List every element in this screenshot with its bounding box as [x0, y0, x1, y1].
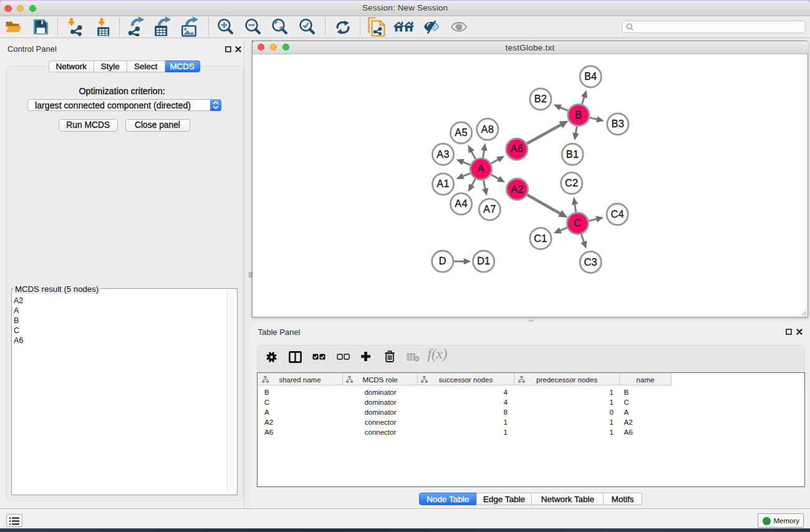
svg-text:A5: A5 — [455, 127, 468, 138]
svg-text:A2: A2 — [511, 183, 524, 194]
svg-text:D: D — [438, 255, 446, 266]
svg-text:B2: B2 — [534, 93, 547, 104]
svg-text:A7: A7 — [483, 203, 496, 215]
svg-text:A3: A3 — [436, 148, 450, 159]
svg-text:D1: D1 — [476, 255, 489, 266]
svg-text:C4: C4 — [610, 208, 624, 219]
svg-text:A1: A1 — [436, 178, 450, 189]
svg-text:C2: C2 — [564, 177, 577, 188]
svg-text:C1: C1 — [534, 232, 547, 243]
svg-text:B4: B4 — [584, 70, 597, 82]
svg-text:B1: B1 — [566, 148, 579, 159]
svg-text:C: C — [574, 217, 581, 228]
svg-text:A4: A4 — [455, 198, 468, 209]
svg-text:A8: A8 — [481, 123, 494, 134]
svg-text:B3: B3 — [611, 118, 624, 129]
svg-text:B: B — [575, 109, 582, 120]
svg-text:A: A — [477, 163, 484, 174]
svg-text:A6: A6 — [510, 143, 523, 154]
svg-text:C3: C3 — [584, 256, 597, 267]
